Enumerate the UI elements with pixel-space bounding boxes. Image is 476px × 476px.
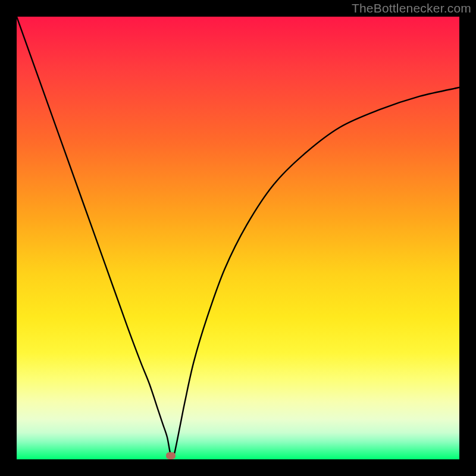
bottleneck-curve bbox=[17, 17, 459, 459]
chart-frame: TheBottlenecker.com bbox=[0, 0, 476, 476]
watermark-text: TheBottlenecker.com bbox=[352, 1, 471, 15]
optimum-marker bbox=[166, 452, 176, 459]
chart-plot-area bbox=[17, 17, 459, 459]
